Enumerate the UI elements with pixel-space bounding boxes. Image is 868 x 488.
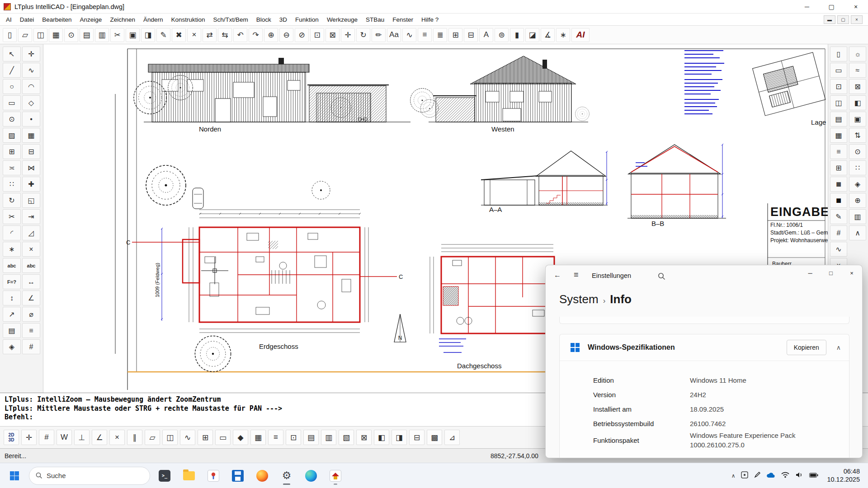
layers-icon[interactable]: ≡: [418, 28, 432, 42]
windows-spec-header[interactable]: Windows-Spezifikationen Kopieren ∧: [560, 334, 849, 361]
chamfer-tool-icon[interactable]: ◿: [22, 225, 40, 240]
table-tool-icon[interactable]: ▤: [3, 323, 21, 338]
print-icon[interactable]: ▤: [830, 112, 847, 127]
print-preview-icon[interactable]: ▥: [95, 28, 109, 42]
wave-icon[interactable]: ≈: [849, 63, 866, 78]
dim-angular-icon[interactable]: ∠: [22, 291, 40, 305]
explode-tool-icon[interactable]: ∗: [3, 242, 21, 257]
clear-snap-icon[interactable]: ×: [109, 430, 125, 445]
ai-tools-button[interactable]: AI: [571, 28, 590, 42]
mdi-minimize-button[interactable]: ▬: [824, 15, 835, 24]
menu-item[interactable]: Anzeige: [76, 15, 106, 24]
viewport-icon[interactable]: ⊡: [830, 79, 847, 94]
collapse-icon[interactable]: ∧: [849, 225, 866, 240]
layers-snap-icon[interactable]: ≡: [268, 430, 283, 445]
volume-icon[interactable]: [795, 472, 803, 480]
menu-item[interactable]: STBau: [362, 15, 388, 24]
updown-icon[interactable]: ⇅: [849, 128, 866, 143]
close-button[interactable]: ×: [844, 0, 868, 13]
swap-icon[interactable]: ⇄: [203, 28, 217, 42]
polyline-tool-icon[interactable]: ∿: [22, 63, 40, 78]
settings-sun-icon[interactable]: ☼: [849, 47, 866, 61]
select-arrow-icon[interactable]: ↖: [3, 47, 21, 61]
layout-icon[interactable]: ▭: [830, 63, 847, 78]
dense-hatch-icon[interactable]: ▩: [427, 430, 442, 445]
dim-linear-icon[interactable]: ↔: [22, 274, 40, 289]
taskbar-clock[interactable]: 06:48 10.12.2025: [827, 468, 860, 483]
ltplus-icon[interactable]: [326, 466, 345, 486]
cut-icon[interactable]: ✂: [110, 28, 124, 42]
field-tool-icon[interactable]: F=?: [3, 274, 21, 289]
layer-states-icon[interactable]: ≣: [433, 28, 447, 42]
settings-close-button[interactable]: ×: [841, 265, 862, 281]
transfer-icon[interactable]: ⇆: [218, 28, 232, 42]
new-file-icon[interactable]: ▯: [3, 28, 17, 42]
zoom-out-icon[interactable]: ⊖: [279, 28, 293, 42]
edge-icon[interactable]: [301, 466, 321, 486]
fillet-tool-icon[interactable]: ◜: [3, 225, 21, 240]
layers-icon[interactable]: ≡: [830, 144, 847, 159]
menu-item[interactable]: Sch/Txt/Bem: [209, 15, 252, 24]
pen-icon[interactable]: [754, 472, 760, 480]
tray-app-icon[interactable]: [741, 471, 748, 480]
polygon-tool-icon[interactable]: ◇: [22, 95, 40, 110]
triangle-icon[interactable]: ⊿: [444, 430, 460, 445]
menu-item[interactable]: Fenster: [388, 15, 417, 24]
menu-item[interactable]: Hilfe ?: [417, 15, 443, 24]
insert-block-icon[interactable]: ⊟: [464, 28, 478, 42]
erase-query-icon[interactable]: ×: [187, 28, 201, 42]
diamond-icon[interactable]: ◈: [849, 177, 866, 192]
plus-icon[interactable]: ⊕: [849, 193, 866, 208]
swatch-black-icon[interactable]: ■: [830, 193, 847, 208]
dim-vertical-icon[interactable]: ↕: [3, 291, 21, 305]
arc-tool-icon[interactable]: ◠: [22, 79, 40, 94]
zoom-in-icon[interactable]: ⊕: [264, 28, 278, 42]
polygon-snap-icon[interactable]: ▱: [145, 430, 160, 445]
pan-icon[interactable]: ✛: [341, 28, 355, 42]
zoom-text-icon[interactable]: ⊚: [495, 28, 509, 42]
perpendicular-snap-icon[interactable]: ⊥: [74, 430, 90, 445]
minimize-button[interactable]: ─: [795, 0, 819, 13]
2d-3d-toggle-icon[interactable]: 2D 3D: [4, 430, 19, 445]
midpoint-snap-icon[interactable]: ◫: [162, 430, 178, 445]
rect-snap-icon[interactable]: ▭: [215, 430, 231, 445]
menu-item[interactable]: AI: [2, 15, 16, 24]
measure-icon[interactable]: ∡: [541, 28, 555, 42]
hatch-snap-icon[interactable]: ▦: [250, 430, 266, 445]
paste-icon[interactable]: ◨: [141, 28, 155, 42]
firefox-icon[interactable]: [252, 466, 272, 486]
save-icon[interactable]: ◫: [33, 28, 47, 42]
pattern-icon[interactable]: ▥: [321, 430, 336, 445]
print-snap-icon[interactable]: ▤: [303, 430, 319, 445]
erase-icon[interactable]: ✖: [172, 28, 186, 42]
zoom-extents-icon[interactable]: ⊠: [326, 28, 340, 42]
breadcrumb-system[interactable]: System: [559, 292, 599, 306]
chevron-up-icon[interactable]: ∧: [836, 344, 841, 351]
hidden-icons-chevron[interactable]: ∧: [731, 473, 736, 479]
view-split-icon[interactable]: ◫: [830, 95, 847, 110]
rotate-tool-icon[interactable]: ↻: [3, 193, 21, 208]
match-properties-icon[interactable]: ✏: [372, 28, 386, 42]
save-as-icon[interactable]: ▦: [49, 28, 63, 42]
zoom-window-icon[interactable]: ⊡: [286, 430, 301, 445]
ellipse-tool-icon[interactable]: ⊙: [3, 112, 21, 127]
menu-item[interactable]: Ändern: [139, 15, 167, 24]
snap-tool-icon[interactable]: #: [22, 339, 40, 354]
wifi-icon[interactable]: [781, 472, 789, 480]
extend-tool-icon[interactable]: ⇥: [22, 209, 40, 224]
array-icon[interactable]: ∷: [849, 160, 866, 175]
maximize-button[interactable]: ▢: [819, 0, 844, 13]
fill-icon[interactable]: ▣: [849, 112, 866, 127]
layer-tool-icon[interactable]: ≡: [22, 323, 40, 338]
text-style-icon[interactable]: Aa: [387, 28, 401, 42]
line-tool-icon[interactable]: ╱: [3, 63, 21, 78]
pattern-diag-icon[interactable]: ▧: [339, 430, 354, 445]
region-tool-icon[interactable]: ▦: [22, 128, 40, 143]
pen-icon[interactable]: ✎: [830, 209, 847, 224]
mdi-restore-button[interactable]: ▢: [837, 15, 849, 24]
block-insert-icon[interactable]: ⊞: [3, 144, 21, 159]
taskbar-search[interactable]: Suche: [29, 467, 150, 485]
menu-item[interactable]: Werkzeuge: [323, 15, 362, 24]
copy-icon[interactable]: ▣: [126, 28, 140, 42]
diamond-snap-icon[interactable]: ◆: [233, 430, 248, 445]
